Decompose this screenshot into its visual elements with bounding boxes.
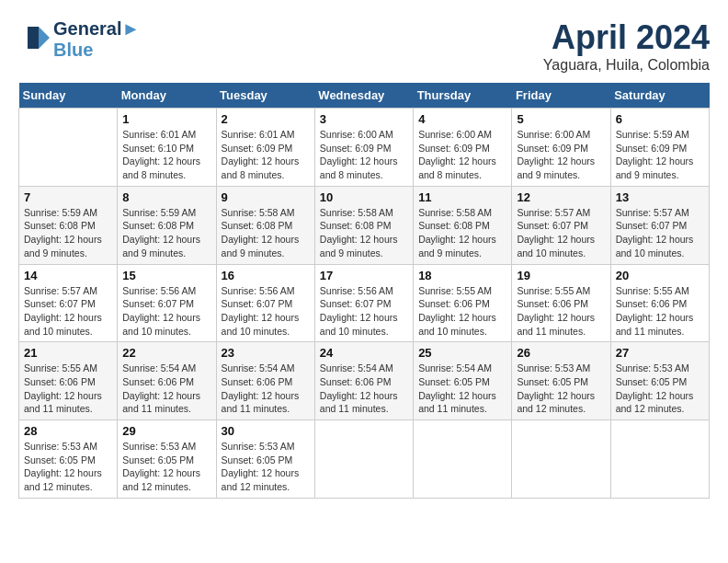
calendar-cell: 16Sunrise: 5:56 AM Sunset: 6:07 PM Dayli… [216, 264, 314, 342]
calendar-cell: 23Sunrise: 5:54 AM Sunset: 6:06 PM Dayli… [216, 342, 314, 420]
day-number: 20 [616, 269, 704, 282]
day-number: 7 [24, 190, 112, 204]
week-row-4: 21Sunrise: 5:55 AM Sunset: 6:06 PM Dayli… [19, 342, 710, 420]
calendar-cell: 4Sunrise: 6:00 AM Sunset: 6:09 PM Daylig… [414, 109, 512, 187]
day-info: Sunrise: 5:55 AM Sunset: 6:06 PM Dayligh… [24, 362, 112, 416]
day-number: 21 [24, 346, 112, 360]
day-info: Sunrise: 5:57 AM Sunset: 6:07 PM Dayligh… [24, 284, 112, 339]
calendar-cell: 29Sunrise: 5:53 AM Sunset: 6:05 PM Dayli… [118, 420, 216, 499]
calendar-cell: 15Sunrise: 5:56 AM Sunset: 6:07 PM Dayli… [118, 264, 216, 342]
day-number: 30 [222, 424, 310, 438]
day-number: 4 [418, 112, 506, 126]
day-info: Sunrise: 5:54 AM Sunset: 6:06 PM Dayligh… [320, 362, 408, 416]
calendar-cell: 10Sunrise: 5:58 AM Sunset: 6:08 PM Dayli… [314, 186, 413, 264]
calendar-cell: 30Sunrise: 5:53 AM Sunset: 6:05 PM Dayli… [216, 420, 314, 499]
svg-marker-1 [28, 27, 39, 49]
logo-icon [22, 24, 50, 52]
day-number: 2 [222, 112, 310, 126]
logo-text: General► Blue [53, 18, 140, 61]
day-info: Sunrise: 5:58 AM Sunset: 6:08 PM Dayligh… [320, 206, 408, 260]
calendar-cell: 2Sunrise: 6:01 AM Sunset: 6:09 PM Daylig… [216, 109, 314, 187]
calendar-cell: 17Sunrise: 5:56 AM Sunset: 6:07 PM Dayli… [314, 264, 413, 342]
calendar-cell: 28Sunrise: 5:53 AM Sunset: 6:05 PM Dayli… [19, 420, 118, 499]
day-info: Sunrise: 5:58 AM Sunset: 6:08 PM Dayligh… [222, 206, 310, 260]
day-info: Sunrise: 5:55 AM Sunset: 6:06 PM Dayligh… [616, 284, 704, 339]
calendar-cell: 22Sunrise: 5:54 AM Sunset: 6:06 PM Dayli… [118, 342, 216, 420]
day-number: 28 [24, 424, 112, 438]
day-info: Sunrise: 5:54 AM Sunset: 6:05 PM Dayligh… [418, 362, 506, 416]
calendar-cell [19, 109, 118, 187]
day-info: Sunrise: 5:59 AM Sunset: 6:08 PM Dayligh… [24, 206, 112, 260]
calendar-cell: 5Sunrise: 6:00 AM Sunset: 6:09 PM Daylig… [512, 109, 610, 187]
day-number: 19 [517, 269, 605, 282]
day-info: Sunrise: 5:53 AM Sunset: 6:05 PM Dayligh… [222, 440, 310, 494]
calendar-cell: 27Sunrise: 5:53 AM Sunset: 6:05 PM Dayli… [610, 342, 709, 420]
calendar-cell: 8Sunrise: 5:59 AM Sunset: 6:08 PM Daylig… [118, 186, 216, 264]
day-number: 8 [122, 190, 210, 204]
calendar-cell: 20Sunrise: 5:55 AM Sunset: 6:06 PM Dayli… [610, 264, 709, 342]
week-row-5: 28Sunrise: 5:53 AM Sunset: 6:05 PM Dayli… [19, 420, 710, 499]
day-info: Sunrise: 5:59 AM Sunset: 6:08 PM Dayligh… [122, 206, 210, 260]
day-header-friday: Friday [512, 83, 610, 109]
day-header-sunday: Sunday [19, 83, 118, 109]
day-info: Sunrise: 6:01 AM Sunset: 6:09 PM Dayligh… [222, 128, 310, 182]
day-info: Sunrise: 5:53 AM Sunset: 6:05 PM Dayligh… [616, 362, 704, 416]
day-info: Sunrise: 6:00 AM Sunset: 6:09 PM Dayligh… [517, 128, 605, 182]
day-header-wednesday: Wednesday [314, 83, 413, 109]
day-number: 15 [122, 269, 210, 282]
calendar-cell: 11Sunrise: 5:58 AM Sunset: 6:08 PM Dayli… [414, 186, 512, 264]
week-row-3: 14Sunrise: 5:57 AM Sunset: 6:07 PM Dayli… [19, 264, 710, 342]
calendar-cell [610, 420, 709, 499]
day-number: 27 [616, 346, 704, 360]
page-header: General► Blue April 2024 Yaguara, Huila,… [18, 18, 710, 74]
day-number: 13 [616, 190, 704, 204]
calendar-table: SundayMondayTuesdayWednesdayThursdayFrid… [18, 83, 710, 499]
day-info: Sunrise: 5:54 AM Sunset: 6:06 PM Dayligh… [122, 362, 210, 416]
day-info: Sunrise: 5:53 AM Sunset: 6:05 PM Dayligh… [517, 362, 605, 416]
calendar-cell: 1Sunrise: 6:01 AM Sunset: 6:10 PM Daylig… [118, 109, 216, 187]
day-number: 24 [320, 346, 408, 360]
calendar-cell: 25Sunrise: 5:54 AM Sunset: 6:05 PM Dayli… [414, 342, 512, 420]
day-number: 5 [517, 112, 605, 126]
day-info: Sunrise: 5:53 AM Sunset: 6:05 PM Dayligh… [122, 440, 210, 494]
logo: General► Blue [18, 18, 140, 61]
day-info: Sunrise: 5:59 AM Sunset: 6:09 PM Dayligh… [616, 128, 704, 182]
day-number: 10 [320, 190, 408, 204]
calendar-header-row: SundayMondayTuesdayWednesdayThursdayFrid… [19, 83, 710, 109]
calendar-cell: 13Sunrise: 5:57 AM Sunset: 6:07 PM Dayli… [610, 186, 709, 264]
day-number: 11 [418, 190, 506, 204]
calendar-cell [512, 420, 610, 499]
day-header-thursday: Thursday [414, 83, 512, 109]
day-info: Sunrise: 6:00 AM Sunset: 6:09 PM Dayligh… [320, 128, 408, 182]
day-info: Sunrise: 5:56 AM Sunset: 6:07 PM Dayligh… [122, 284, 210, 339]
calendar-cell: 14Sunrise: 5:57 AM Sunset: 6:07 PM Dayli… [19, 264, 118, 342]
calendar-cell: 12Sunrise: 5:57 AM Sunset: 6:07 PM Dayli… [512, 186, 610, 264]
day-info: Sunrise: 5:55 AM Sunset: 6:06 PM Dayligh… [517, 284, 605, 339]
calendar-cell: 7Sunrise: 5:59 AM Sunset: 6:08 PM Daylig… [19, 186, 118, 264]
day-number: 22 [122, 346, 210, 360]
calendar-cell: 26Sunrise: 5:53 AM Sunset: 6:05 PM Dayli… [512, 342, 610, 420]
calendar-cell: 21Sunrise: 5:55 AM Sunset: 6:06 PM Dayli… [19, 342, 118, 420]
day-number: 17 [320, 269, 408, 282]
calendar-cell [314, 420, 413, 499]
day-number: 9 [222, 190, 310, 204]
calendar-cell [414, 420, 512, 499]
day-number: 18 [418, 269, 506, 282]
day-info: Sunrise: 5:57 AM Sunset: 6:07 PM Dayligh… [517, 206, 605, 260]
day-number: 14 [24, 269, 112, 282]
location: Yaguara, Huila, Colombia [543, 57, 710, 74]
calendar-cell: 24Sunrise: 5:54 AM Sunset: 6:06 PM Dayli… [314, 342, 413, 420]
day-info: Sunrise: 5:54 AM Sunset: 6:06 PM Dayligh… [222, 362, 310, 416]
calendar-cell: 3Sunrise: 6:00 AM Sunset: 6:09 PM Daylig… [314, 109, 413, 187]
day-number: 3 [320, 112, 408, 126]
day-info: Sunrise: 5:55 AM Sunset: 6:06 PM Dayligh… [418, 284, 506, 339]
day-header-monday: Monday [118, 83, 216, 109]
calendar-body: 1Sunrise: 6:01 AM Sunset: 6:10 PM Daylig… [19, 109, 710, 499]
day-info: Sunrise: 5:53 AM Sunset: 6:05 PM Dayligh… [24, 440, 112, 494]
month-title: April 2024 [543, 18, 710, 57]
day-number: 23 [222, 346, 310, 360]
day-info: Sunrise: 5:57 AM Sunset: 6:07 PM Dayligh… [616, 206, 704, 260]
day-number: 12 [517, 190, 605, 204]
calendar-cell: 19Sunrise: 5:55 AM Sunset: 6:06 PM Dayli… [512, 264, 610, 342]
calendar-cell: 9Sunrise: 5:58 AM Sunset: 6:08 PM Daylig… [216, 186, 314, 264]
